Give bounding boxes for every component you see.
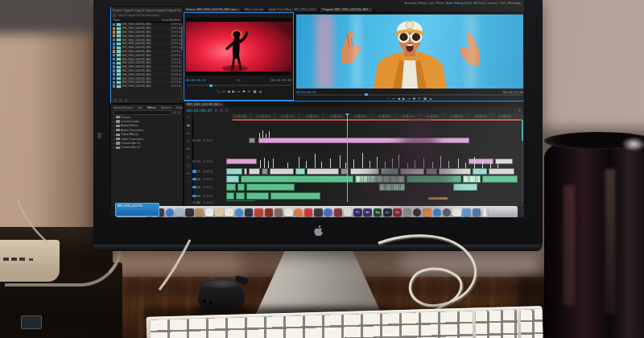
- indesign-dock-icon[interactable]: Id: [393, 208, 402, 217]
- stickies-dock-icon[interactable]: [215, 208, 224, 217]
- app-taupe-dock-icon[interactable]: [275, 208, 283, 217]
- speedgrade-dock-icon[interactable]: Sg: [374, 208, 382, 217]
- after-effects-dock-icon[interactable]: Ae: [363, 208, 372, 217]
- keyboard-numpad: [520, 308, 543, 338]
- trash-icon[interactable]: [482, 208, 489, 217]
- mail-dock-icon[interactable]: [175, 208, 184, 217]
- music-dark-dock-icon[interactable]: [413, 208, 422, 217]
- speedgrade-label: Sg: [375, 211, 379, 214]
- photo-desk-scene: AssemblyEditingColorEffectsAudioEditing …: [0, 0, 644, 338]
- firefox-dock-icon[interactable]: [294, 208, 303, 217]
- app-dark-blue-dock-icon[interactable]: [245, 208, 254, 217]
- dock: PrAeSgLrId: [117, 206, 518, 217]
- app-dark-dock-icon[interactable]: [314, 208, 323, 217]
- browser-2-dock-icon[interactable]: [433, 208, 442, 217]
- app-light-dock-icon[interactable]: [344, 208, 353, 217]
- safari-dock-icon[interactable]: [166, 208, 175, 217]
- displays-pref-dock-icon[interactable]: [473, 208, 481, 217]
- preview-dark-dock-icon[interactable]: [185, 208, 194, 217]
- browser-blue-dock-icon[interactable]: [324, 208, 332, 217]
- keyboard-nav-cluster: [475, 310, 518, 338]
- app-pepper-dock-icon[interactable]: [304, 208, 313, 217]
- calendar-dock-icon[interactable]: [205, 208, 214, 217]
- cables: [0, 0, 644, 338]
- app-maroon-dock-icon[interactable]: [334, 208, 343, 217]
- vlc-dock-icon[interactable]: [423, 208, 431, 217]
- premiere-pro-dock-icon[interactable]: Pr: [353, 208, 362, 217]
- timeline-status-chip[interactable]: MVI_5903_0105745: [115, 203, 159, 216]
- lightroom-label: Lr: [386, 211, 389, 214]
- notes-brown-dock-icon[interactable]: [195, 208, 204, 217]
- app-mug-dock-icon[interactable]: [265, 208, 274, 217]
- lightroom-dock-icon[interactable]: Lr: [383, 208, 392, 217]
- photos-dock-icon[interactable]: [284, 208, 293, 217]
- app-red-dock-icon[interactable]: [254, 208, 263, 217]
- maps-globe-dock-icon[interactable]: [235, 208, 244, 217]
- premiere-pro-label: Pr: [356, 211, 359, 214]
- cloud-app-dock-icon[interactable]: [452, 208, 461, 217]
- folder-blue-dock-icon[interactable]: [462, 208, 471, 217]
- camera-app-dock-icon[interactable]: [443, 208, 452, 217]
- app-lamp-dock-icon[interactable]: [403, 208, 412, 217]
- textedit-dock-icon[interactable]: [225, 208, 233, 217]
- after-effects-label: Ae: [365, 211, 369, 214]
- dock-icons: PrAeSgLrId: [146, 208, 481, 217]
- indesign-label: Id: [396, 211, 399, 214]
